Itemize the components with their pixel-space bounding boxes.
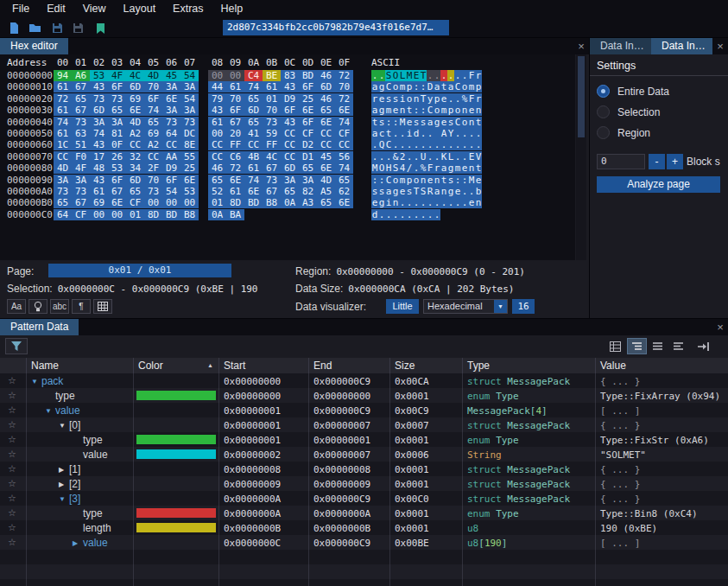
- ascii-char[interactable]: .: [434, 151, 440, 162]
- ascii-char[interactable]: .: [378, 209, 385, 220]
- ascii-char[interactable]: Q: [378, 139, 385, 150]
- hex-byte[interactable]: CC: [144, 151, 162, 162]
- hex-byte[interactable]: 4D: [54, 162, 72, 174]
- ascii-char[interactable]: a: [434, 81, 440, 92]
- block-size-increment-button[interactable]: +: [667, 154, 683, 169]
- hex-byte[interactable]: D2: [299, 139, 317, 150]
- hex-byte[interactable]: 4F: [72, 162, 90, 174]
- hex-byte[interactable]: 00: [108, 209, 126, 220]
- ascii-char[interactable]: .: [420, 197, 427, 208]
- ascii-char[interactable]: .: [413, 197, 420, 208]
- ascii-char[interactable]: .: [434, 197, 440, 208]
- ascii-char[interactable]: .: [434, 70, 440, 81]
- ascii-char[interactable]: .: [447, 93, 454, 105]
- ascii-char[interactable]: T: [420, 70, 427, 81]
- ascii-char[interactable]: [434, 128, 440, 139]
- hex-byte[interactable]: 0A: [281, 197, 299, 208]
- hex-byte[interactable]: 81: [108, 128, 126, 139]
- hex-byte[interactable]: 6D: [126, 175, 144, 186]
- hex-byte[interactable]: AA: [162, 151, 180, 162]
- ascii-char[interactable]: o: [461, 81, 468, 92]
- ascii-char[interactable]: .: [371, 151, 378, 162]
- ascii-char[interactable]: :: [392, 117, 399, 128]
- menu-help[interactable]: Help: [212, 0, 252, 18]
- ascii-char[interactable]: .: [427, 128, 434, 139]
- hex-byte[interactable]: 6E: [317, 117, 335, 128]
- hex-byte[interactable]: 61: [54, 105, 72, 116]
- hex-byte[interactable]: 64: [162, 128, 180, 139]
- hex-byte[interactable]: CC: [208, 151, 226, 162]
- ascii-char[interactable]: C: [454, 117, 461, 128]
- ascii-char[interactable]: Y: [447, 128, 454, 139]
- hex-byte[interactable]: CF: [299, 128, 317, 139]
- ascii-char[interactable]: o: [392, 175, 399, 186]
- hex-byte[interactable]: CC: [126, 139, 144, 150]
- ascii-char[interactable]: a: [434, 186, 440, 197]
- hex-byte[interactable]: 3A: [180, 81, 199, 92]
- tab-data-information-2[interactable]: Data In…: [651, 38, 712, 54]
- ascii-char[interactable]: S: [420, 186, 427, 197]
- hex-byte[interactable]: 61: [263, 81, 281, 92]
- ascii-char[interactable]: .: [454, 139, 461, 150]
- hex-byte[interactable]: CC: [54, 151, 72, 162]
- ascii-char[interactable]: .: [399, 197, 406, 208]
- ascii-char[interactable]: p: [406, 175, 413, 186]
- ascii-char[interactable]: n: [434, 175, 440, 186]
- ascii-char[interactable]: .: [399, 209, 406, 220]
- close-icon[interactable]: ×: [712, 319, 728, 335]
- hex-byte[interactable]: 67: [72, 105, 90, 116]
- new-file-button[interactable]: [5, 21, 22, 35]
- hex-byte[interactable]: 69: [144, 128, 162, 139]
- radio-circle[interactable]: [597, 126, 610, 139]
- ascii-char[interactable]: e: [399, 186, 406, 197]
- ascii-char[interactable]: .: [406, 151, 413, 162]
- hex-byte[interactable]: CC: [208, 139, 226, 150]
- hex-byte[interactable]: 65: [126, 186, 144, 197]
- ascii-char[interactable]: p: [434, 93, 440, 105]
- hex-byte[interactable]: 46: [208, 162, 226, 174]
- hex-byte[interactable]: B8: [180, 209, 199, 220]
- block-size-decrement-button[interactable]: -: [649, 154, 665, 169]
- ascii-char[interactable]: i: [399, 93, 406, 105]
- hex-byte[interactable]: 43: [281, 117, 299, 128]
- hex-byte[interactable]: 00: [162, 197, 180, 208]
- paragraph-toggle-button[interactable]: ¶: [72, 299, 91, 314]
- column-header-name[interactable]: Name: [31, 360, 59, 372]
- ascii-char[interactable]: c: [378, 128, 385, 139]
- ascii-char[interactable]: m: [385, 105, 392, 116]
- vertical-scrollbar[interactable]: [576, 54, 586, 260]
- hex-byte[interactable]: 83: [281, 70, 299, 81]
- ascii-char[interactable]: a: [371, 128, 378, 139]
- hex-byte[interactable]: 43: [281, 81, 299, 92]
- ascii-char[interactable]: o: [392, 81, 399, 92]
- hex-byte[interactable]: 6E: [299, 105, 317, 116]
- ascii-char[interactable]: :: [378, 175, 385, 186]
- ascii-char[interactable]: g: [392, 186, 399, 197]
- ascii-char[interactable]: s: [447, 117, 454, 128]
- ascii-char[interactable]: .: [413, 139, 420, 150]
- ascii-char[interactable]: p: [406, 81, 413, 92]
- ascii-char[interactable]: .: [413, 151, 420, 162]
- hex-byte[interactable]: 73: [108, 93, 126, 105]
- ascii-char[interactable]: .: [440, 139, 447, 150]
- hex-byte[interactable]: 94: [54, 70, 72, 81]
- ascii-char[interactable]: L: [399, 70, 406, 81]
- ascii-char[interactable]: .: [399, 128, 406, 139]
- hex-byte[interactable]: 52: [208, 186, 226, 197]
- hex-byte[interactable]: 4C: [126, 70, 144, 81]
- hex-byte[interactable]: 3A: [162, 81, 180, 92]
- hex-byte[interactable]: 64: [54, 209, 72, 220]
- hex-byte[interactable]: 70: [226, 93, 244, 105]
- hex-byte[interactable]: 46: [317, 93, 335, 105]
- ascii-char[interactable]: .: [371, 70, 378, 81]
- hex-byte[interactable]: 73: [54, 186, 72, 197]
- visualizer-count-input[interactable]: 16: [512, 299, 535, 314]
- hex-byte[interactable]: 6F: [299, 81, 317, 92]
- ascii-char[interactable]: .: [392, 209, 399, 220]
- ascii-char[interactable]: a: [385, 186, 392, 197]
- hex-byte[interactable]: 00: [90, 209, 108, 220]
- hex-byte[interactable]: 6F: [299, 117, 317, 128]
- hex-byte[interactable]: 70: [263, 105, 281, 116]
- tree-collapsed-icon[interactable]: ▶: [73, 539, 83, 547]
- ascii-char[interactable]: g: [447, 186, 454, 197]
